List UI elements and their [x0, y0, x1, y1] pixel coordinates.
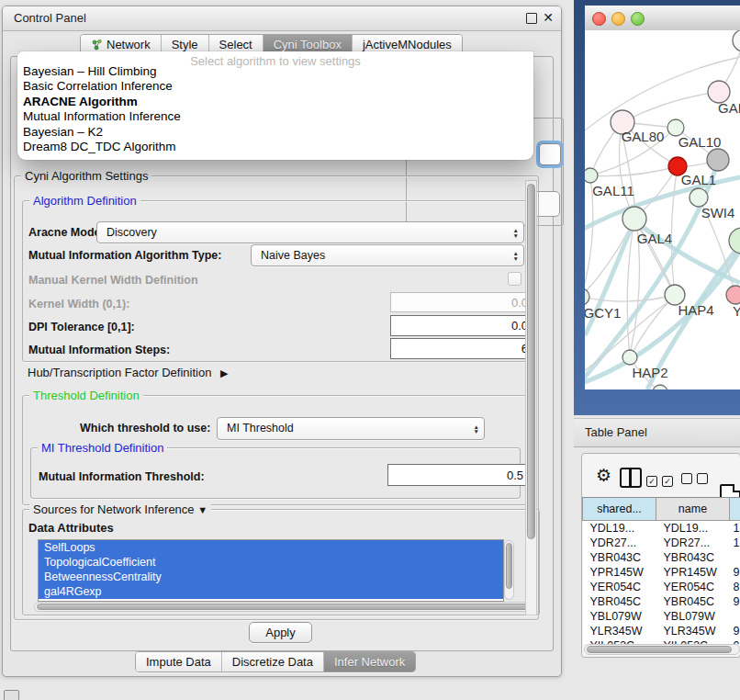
- attribute-item-betweennesscentrality[interactable]: BetweennessCentrality: [39, 570, 503, 584]
- zoom-traffic-light-icon[interactable]: [631, 12, 645, 26]
- checked-columns-icon[interactable]: ✓✓: [646, 471, 678, 488]
- network-node[interactable]: [653, 385, 667, 390]
- network-node[interactable]: [707, 149, 729, 171]
- mi-algorithm-type-label: Mutual Information Algorithm Type:: [28, 249, 221, 262]
- mi-algorithm-type-select[interactable]: Naive Bayes ▲▼: [251, 244, 524, 266]
- table-cell: 9.: [730, 594, 740, 609]
- control-panel-titlebar[interactable]: Control Panel ✕: [3, 6, 561, 31]
- which-threshold-select[interactable]: MI Threshold ▲▼: [217, 417, 485, 440]
- sources-group-title[interactable]: Sources for Network Inference ▼: [29, 502, 211, 516]
- table-row[interactable]: YDR27...YDR27...12: [583, 536, 740, 550]
- minimized-panel-icon[interactable]: [4, 690, 19, 700]
- sources-title-text: Sources for Network Inference: [33, 502, 195, 516]
- table-panel-body: ⚙ ✓✓ shared...nameAYDL19...YDL19...13YDR…: [574, 447, 740, 700]
- close-icon[interactable]: ✕: [543, 10, 554, 25]
- which-threshold-value: MI Threshold: [227, 418, 294, 438]
- table-cell: 9.: [730, 565, 740, 580]
- table-row[interactable]: YLR345WYLR345W9.: [583, 624, 740, 638]
- dpi-tolerance-input[interactable]: 0.0: [390, 315, 535, 336]
- which-threshold-label: Which threshold to use:: [80, 422, 210, 435]
- table-panel-inner: ⚙ ✓✓ shared...nameAYDL19...YDL19...13YDR…: [581, 453, 740, 658]
- attribute-item-selfloops[interactable]: SelfLoops: [39, 540, 503, 555]
- tab-infer-network[interactable]: Infer Network: [324, 652, 415, 672]
- algorithm-option-bayesian-k2[interactable]: Bayesian – K2: [23, 125, 528, 140]
- table-cell: YLR345W: [656, 624, 730, 638]
- manual-kernel-width-checkbox[interactable]: [508, 272, 521, 286]
- algorithm-definition-title: Algorithm Definition: [29, 194, 140, 208]
- spinner-arrows-icon: ▲▼: [513, 246, 519, 265]
- mi-threshold-input[interactable]: 0.5: [387, 464, 531, 486]
- mi-steps-input[interactable]: 6: [390, 338, 535, 359]
- algorithm-option-mutual-information-inference[interactable]: Mutual Information Inference: [23, 109, 528, 124]
- table-row[interactable]: YBR043CYBR043C: [583, 550, 740, 565]
- apply-button[interactable]: Apply: [249, 622, 312, 643]
- minimize-traffic-light-icon[interactable]: [611, 12, 625, 26]
- node-label: HAP2: [632, 365, 667, 380]
- attributes-vscrollbar[interactable]: [504, 540, 514, 600]
- table-cell: YPR145W: [656, 565, 730, 580]
- unchecked-columns-icon[interactable]: [681, 471, 712, 488]
- table-cell: YDL19...: [583, 521, 656, 536]
- gear-icon[interactable]: ⚙: [596, 467, 611, 485]
- algorithm-option-bayesian-hill-climbing[interactable]: Bayesian – Hill Climbing: [23, 64, 528, 79]
- algorithm-option-aracne-algorithm[interactable]: ARACNE Algorithm: [23, 95, 528, 109]
- split-columns-icon[interactable]: [620, 468, 642, 488]
- network-node[interactable]: [729, 228, 740, 254]
- algorithm-option-basic-correlation-inference[interactable]: Basic Correlation Inference: [23, 79, 528, 94]
- network-node[interactable]: [733, 30, 740, 51]
- network-node-swi4[interactable]: [690, 188, 708, 207]
- settings-vscrollbar[interactable]: [525, 180, 537, 615]
- table-panel-title: Table Panel: [585, 425, 647, 439]
- network-edge[interactable]: [622, 92, 719, 122]
- table-cell: 9.: [730, 624, 740, 638]
- network-node-hap2[interactable]: [622, 350, 637, 365]
- table-row[interactable]: YBR045CYBR045C9.: [583, 594, 740, 609]
- tab-label: Infer Network: [334, 652, 405, 672]
- table-row[interactable]: YPR145WYPR145W9.: [583, 565, 740, 580]
- network-edge[interactable]: [585, 295, 675, 301]
- data-attributes-list[interactable]: SelfLoopsTopologicalCoefficientBetweenne…: [38, 539, 504, 602]
- network-icon: [91, 39, 103, 51]
- network-node-gcy1[interactable]: [585, 288, 589, 305]
- network-node-y[interactable]: [726, 286, 740, 304]
- column-header-shared[interactable]: shared...: [583, 498, 656, 521]
- threshold-definition-title: Threshold Definition: [29, 389, 143, 402]
- node-label: GAL11: [592, 183, 634, 198]
- table-hscrollbar[interactable]: [584, 644, 740, 655]
- attributes-hscrollbar[interactable]: [34, 602, 533, 612]
- attribute-item-gal4rgexp[interactable]: gal4RGexp: [39, 584, 503, 599]
- mi-steps-label: Mutual Information Steps:: [28, 344, 170, 356]
- network-node-gal11[interactable]: [585, 168, 598, 183]
- node-label: GAL4: [637, 231, 672, 246]
- kernel-width-label: Kernel Width (0,1):: [28, 298, 129, 310]
- table-panel-titlebar[interactable]: Table Panel: [574, 418, 740, 447]
- tab-impute-data[interactable]: Impute Data: [136, 652, 222, 672]
- table-cell: YBR045C: [583, 594, 656, 609]
- network-canvas[interactable]: GALGAL80GAL10GAL1GAL11SWI4GAL4GCY1HAP4YH…: [585, 30, 740, 390]
- algorithm-option-dream8-dc-tdc-algorithm[interactable]: Dream8 DC_TDC Algorithm: [23, 140, 528, 154]
- settings-group-title: Cyni Algorithm Settings: [21, 169, 151, 183]
- table-cell: YBR043C: [583, 550, 656, 565]
- node-label: GAL1: [681, 172, 716, 187]
- data-attributes-label: Data Attributes: [28, 521, 114, 535]
- kernel-width-input[interactable]: 0.0: [390, 292, 535, 312]
- column-header-a[interactable]: A: [730, 498, 740, 521]
- column-header-name[interactable]: name: [656, 498, 730, 521]
- close-traffic-light-icon[interactable]: [592, 12, 606, 26]
- network-edge[interactable]: [671, 166, 678, 295]
- window-title: Control Panel: [14, 11, 86, 25]
- algorithm-definition-group: Algorithm Definition Aracne Mode: Discov…: [22, 200, 527, 362]
- table-row[interactable]: YDL19...YDL19...13: [583, 521, 740, 536]
- table-row[interactable]: YBL079WYBL079W: [583, 609, 740, 624]
- table-cell: [730, 550, 740, 565]
- hub-tf-definition-toggle[interactable]: Hub/Transcription Factor Definition ▶: [28, 366, 228, 379]
- aracne-mode-select[interactable]: Discovery ▲▼: [96, 221, 524, 243]
- attribute-item-topologicalcoefficient[interactable]: TopologicalCoefficient: [39, 555, 503, 570]
- network-window-titlebar[interactable]: [585, 6, 740, 31]
- tab-discretize-data[interactable]: Discretize Data: [222, 652, 324, 672]
- algorithm-dropdown-popup: Select algorithm to view settings Bayesi…: [17, 51, 533, 160]
- network-node-gal4[interactable]: [622, 207, 646, 231]
- table-row[interactable]: YER054CYER054C8.: [583, 580, 740, 594]
- float-window-icon[interactable]: [526, 13, 537, 24]
- table-cell: [730, 609, 740, 624]
